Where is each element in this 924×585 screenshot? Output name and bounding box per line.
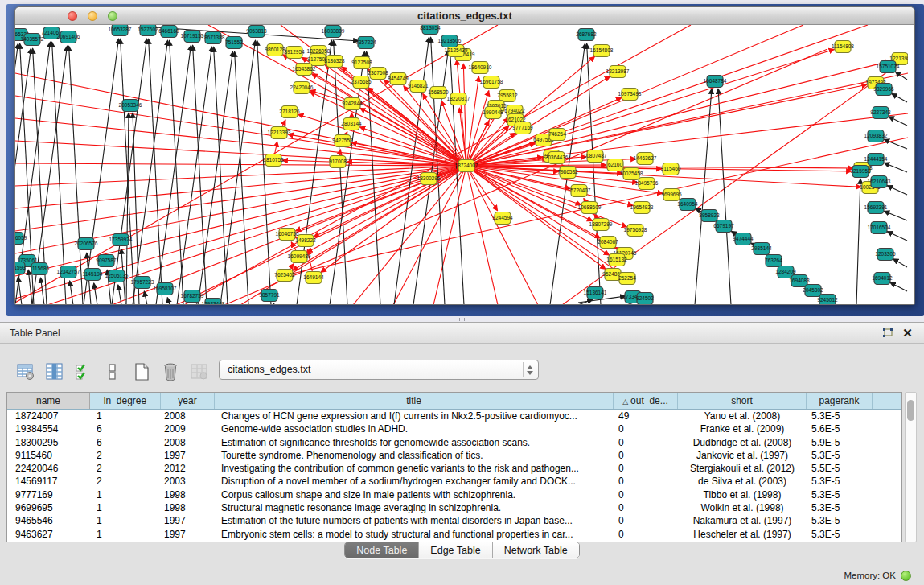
graph-node-label: 12923448 xyxy=(202,301,225,304)
tab-edge-table[interactable]: Edge Table xyxy=(419,542,492,558)
network-view-frame: citations_edges.txt 18724007183002959860… xyxy=(6,4,924,316)
network-graph[interactable]: 1872400718300295986012889129541822605891… xyxy=(15,25,908,304)
graph-node-label: 12093832 xyxy=(864,133,888,138)
table-cell: 5.5E-5 xyxy=(807,462,873,475)
table-row[interactable]: 977716911998Corpus callosum shape and si… xyxy=(7,488,901,501)
new-table-icon[interactable] xyxy=(130,361,152,383)
table-cell: 9465546 xyxy=(7,514,90,527)
table-row[interactable]: 946362711997Embryonic stem cells: a mode… xyxy=(7,528,901,541)
graph-node-label: 6679197 xyxy=(713,223,734,229)
network-canvas[interactable]: 1872400718300295986012889129541822605891… xyxy=(15,25,914,304)
scrollbar-thumb[interactable] xyxy=(907,400,914,421)
table-row[interactable]: 1830029562008Estimation of significance … xyxy=(7,436,901,449)
table-cell: Estimation of the future numbers of pati… xyxy=(215,514,614,527)
graph-node-label: 2367608 xyxy=(368,70,388,76)
column-header-pagerank[interactable]: pagerank xyxy=(807,393,873,409)
graph-node-label: 15751074 xyxy=(877,64,900,69)
graph-node-label: 1694012 xyxy=(872,275,893,281)
table-cell: 0 xyxy=(614,462,678,475)
table-scrollbar[interactable] xyxy=(905,392,917,542)
graph-node-label: 20206576 xyxy=(75,241,98,246)
delete-table-icon[interactable] xyxy=(159,361,181,383)
table-row[interactable]: 2242004622012Investigating the contribut… xyxy=(7,462,901,475)
tab-network-table[interactable]: Network Table xyxy=(493,542,579,558)
column-settings-icon[interactable] xyxy=(43,361,65,383)
graph-node-label: 19756928 xyxy=(624,227,647,233)
table-cell: Estimation of significance thresholds fo… xyxy=(215,436,614,449)
graph-node-label: 7625402 xyxy=(274,272,295,278)
table-settings-icon[interactable] xyxy=(14,361,36,383)
graph-node-label: 14463627 xyxy=(634,155,657,161)
table-cell: 2 xyxy=(90,475,161,488)
graph-node-label: 16958107 xyxy=(154,286,177,291)
graph-node-label: 751552 xyxy=(225,39,243,45)
table-row[interactable]: 911546021997Tourette syndrome. Phenomeno… xyxy=(7,449,901,462)
graph-node-label: 7357224 xyxy=(355,39,376,45)
graph-node-label: 2687682 xyxy=(576,31,597,37)
graph-node-label: 746264 xyxy=(548,131,566,137)
graph-node-label: 9053813 xyxy=(246,28,267,34)
graph-node-label: 12342757 xyxy=(57,269,80,274)
column-header-short[interactable]: short xyxy=(678,393,807,409)
table-row[interactable]: 1872400712008Changes of HCN gene express… xyxy=(7,410,901,422)
graph-node-label: 9857791 xyxy=(259,292,280,298)
table-cell: 5.6E-5 xyxy=(807,422,873,435)
table-cell: Stergiakouli et al. (2012) xyxy=(678,462,807,475)
graph-node-label: 16782759 xyxy=(181,293,204,299)
network-window-titlebar[interactable]: citations_edges.txt xyxy=(15,7,914,25)
graph-node-label: 1649144 xyxy=(303,274,324,280)
panel-splitter[interactable] xyxy=(0,316,924,322)
float-panel-icon[interactable] xyxy=(881,327,895,340)
table-cell: 0 xyxy=(614,528,678,541)
graph-node-label: 1810753 xyxy=(263,157,284,163)
table-cell: 0 xyxy=(614,514,678,527)
network-window[interactable]: citations_edges.txt 18724007183002959860… xyxy=(14,6,915,305)
table-cell: 6 xyxy=(90,422,161,435)
table-cell: Tibbo et al. (1998) xyxy=(678,488,807,501)
memory-ok-icon[interactable] xyxy=(901,571,911,581)
row-options-icon[interactable] xyxy=(101,361,123,383)
graph-node-label: 9146821 xyxy=(408,83,429,89)
table-cell: 1 xyxy=(90,410,161,422)
graph-node-label: 9474444 xyxy=(733,236,754,241)
splitter-handle[interactable] xyxy=(459,318,465,321)
graph-node-label: 9244594 xyxy=(492,215,513,220)
graph-node-label: 10653287 xyxy=(109,27,132,32)
graph-node-label: 18671388 xyxy=(202,35,225,40)
table-cell: 19384554 xyxy=(7,422,90,435)
table-panel-title: Table Panel xyxy=(10,328,60,339)
column-header-in_degree[interactable]: in_degree xyxy=(90,393,161,409)
table-cell: 1 xyxy=(90,528,161,541)
table-cell: 5.3E-5 xyxy=(807,528,873,541)
table-cell: 18300295 xyxy=(7,436,90,449)
tab-node-table[interactable]: Node Table xyxy=(345,542,419,558)
column-header-year[interactable]: year xyxy=(161,393,215,409)
column-header-title[interactable]: title xyxy=(215,393,614,409)
table-cell: Genome-wide association studies in ADHD. xyxy=(215,422,614,435)
graph-node-label: 2084067 xyxy=(598,239,618,245)
table-selector-dropdown[interactable]: citations_edges.txt xyxy=(219,360,539,380)
graph-node-label: 9245012 xyxy=(817,297,838,303)
column-header-out_de[interactable]: △out_de... xyxy=(614,393,678,409)
graph-node-label: 1498222 xyxy=(295,237,316,243)
close-panel-icon[interactable]: ✕ xyxy=(901,327,914,340)
table-cell: Jankovic et al. (1997) xyxy=(678,449,807,462)
column-header-name[interactable]: name xyxy=(7,393,90,409)
graph-node-label: 8912954 xyxy=(284,49,305,55)
table-cell: 0 xyxy=(614,422,678,435)
table-row[interactable]: 1456911722003Disruption of a novel membe… xyxy=(7,475,901,488)
graph-node-label: 12505135 xyxy=(105,273,129,278)
graph-node-label: 14035572 xyxy=(21,36,44,42)
sort-ascending-icon: △ xyxy=(622,398,628,406)
graph-node-label: 16099489 xyxy=(288,253,311,259)
graph-node-label: 2803144 xyxy=(341,121,362,126)
table-cell: 1 xyxy=(90,501,161,514)
table-row[interactable]: 1938455462009Genome-wide association stu… xyxy=(7,422,901,435)
graph-node-label: 6794022 xyxy=(504,108,525,113)
table-row[interactable]: 946554611997Estimation of the future num… xyxy=(7,514,901,527)
table-row[interactable]: 969969511998Structural magnetic resonanc… xyxy=(7,501,901,514)
graph-node-label: 1203305 xyxy=(875,251,896,257)
table-cell: 5.3E-5 xyxy=(807,475,873,488)
table-cell: 1 xyxy=(90,488,161,501)
select-columns-icon[interactable] xyxy=(72,361,94,383)
